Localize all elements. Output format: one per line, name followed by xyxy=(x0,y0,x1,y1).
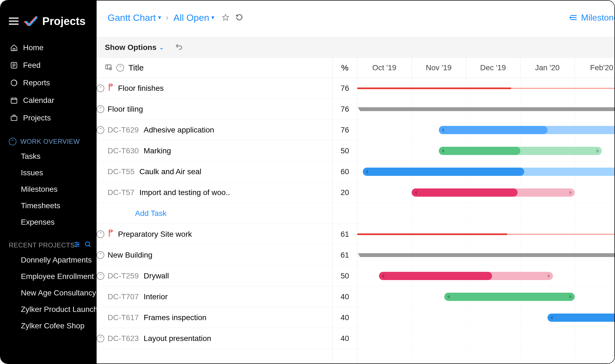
collapse-icon[interactable]: ⌃ xyxy=(97,230,104,238)
gantt-row[interactable] xyxy=(357,307,615,328)
percent-cell: 40 xyxy=(333,307,357,328)
work-item-expenses[interactable]: Expenses xyxy=(1,214,97,230)
view-dropdown[interactable]: Gantt Chart ▾ xyxy=(108,12,161,23)
search-icon[interactable] xyxy=(85,241,92,250)
work-item-timesheets[interactable]: Timesheets xyxy=(1,197,97,214)
collapse-all-icon[interactable]: ⌃ xyxy=(116,64,124,72)
nav-item-home[interactable]: Home xyxy=(1,39,97,57)
work-overview-title[interactable]: ⌃ WORK OVERVIEW xyxy=(1,127,97,148)
star-icon[interactable] xyxy=(222,12,229,23)
recent-project[interactable]: New Age Consultancy xyxy=(1,285,97,301)
gantt-bar[interactable] xyxy=(547,314,615,322)
task-row[interactable]: DC-T57Import and testing of woo.. xyxy=(97,182,332,203)
task-row[interactable]: DC-T707Interior xyxy=(97,286,332,307)
chevron-down-icon: ▾ xyxy=(211,14,214,21)
percent-cell: 61 xyxy=(333,224,357,245)
gantt-row[interactable] xyxy=(357,182,615,203)
collapse-icon[interactable]: ⌃ xyxy=(97,126,104,134)
gantt-bar[interactable] xyxy=(439,126,615,134)
title-column-header: Title xyxy=(128,63,144,72)
task-title: Layout presentation xyxy=(144,334,211,343)
nav-item-calendar[interactable]: Calendar xyxy=(1,92,97,109)
task-row[interactable]: ⌃New Building xyxy=(97,245,332,266)
breadcrumb: Gantt Chart ▾ › All Open ▾ xyxy=(108,12,243,23)
task-row[interactable]: ⌃Floor finishes xyxy=(97,78,332,99)
gantt: ⌃ Title ⌃Floor finishes⌃Floor tiling⌃DC-… xyxy=(97,58,615,363)
gantt-row[interactable] xyxy=(357,161,615,182)
collapse-icon[interactable]: ⌃ xyxy=(97,251,104,259)
recent-project[interactable]: Zylker Product Launch xyxy=(1,301,97,318)
gantt-bar[interactable] xyxy=(379,272,553,280)
groupby-dropdown[interactable]: Milestone ▾ xyxy=(569,13,615,23)
gantt-row[interactable] xyxy=(357,224,615,245)
task-row[interactable]: ⌃DC-T259Drywall xyxy=(97,266,332,286)
percent-cell: 76 xyxy=(333,78,357,99)
gantt-row[interactable] xyxy=(357,120,615,140)
nav-item-feed[interactable]: Feed xyxy=(1,57,97,74)
collapse-icon[interactable]: ⌃ xyxy=(97,335,104,342)
collapse-icon[interactable]: ⌃ xyxy=(97,84,104,92)
nav-item-projects[interactable]: Projects xyxy=(1,109,97,127)
svg-point-23 xyxy=(570,17,571,18)
collapse-icon[interactable]: ⌃ xyxy=(97,272,104,280)
month-header: Jan '20 xyxy=(520,58,575,78)
task-row[interactable]: DC-T617Frames inspection xyxy=(97,307,332,328)
recent-projects-title: RECENT PROJECTS xyxy=(1,230,97,252)
gantt-row[interactable] xyxy=(357,245,615,266)
percent-column: % 767676506020616150404040 xyxy=(333,58,357,363)
gantt-row[interactable] xyxy=(357,99,615,120)
task-row[interactable]: ⌃Preparatory Site work xyxy=(97,224,332,245)
main: Gantt Chart ▾ › All Open ▾ Milestone xyxy=(97,1,615,363)
gantt-bar[interactable] xyxy=(444,293,575,301)
gantt-row[interactable] xyxy=(357,286,615,307)
percent-column-header: % xyxy=(341,63,349,72)
feed-icon xyxy=(10,61,18,69)
gantt-bar[interactable] xyxy=(412,188,575,197)
month-header: Dec '19 xyxy=(466,58,520,78)
percent-cell: 40 xyxy=(333,328,357,349)
show-options-dropdown[interactable]: Show Options ⌄ xyxy=(105,43,164,52)
nav-item-reports[interactable]: Reports xyxy=(1,74,97,92)
chart-column[interactable]: Oct '19Nov '19Dec '19Jan '20Feb'20Mar'20… xyxy=(357,58,615,363)
columns-icon[interactable] xyxy=(105,63,112,72)
svg-point-15 xyxy=(77,244,78,245)
task-title: Drywall xyxy=(144,272,169,280)
percent-cell: 60 xyxy=(333,161,357,182)
work-item-milestones[interactable]: Milestones xyxy=(1,181,97,197)
filter-dropdown[interactable]: All Open ▾ xyxy=(173,12,214,23)
gantt-row[interactable] xyxy=(357,266,615,286)
task-code: DC-T259 xyxy=(108,272,139,280)
task-row[interactable]: DC-T55Caulk and Air seal xyxy=(97,161,332,182)
settings-icon[interactable] xyxy=(74,241,81,250)
recent-project[interactable]: Donnelly Apartments xyxy=(1,252,97,268)
percent-cell: 76 xyxy=(333,120,357,140)
calendar-icon xyxy=(10,96,18,105)
work-item-issues[interactable]: Issues xyxy=(1,165,97,181)
percent-cell: 50 xyxy=(333,140,357,161)
gantt-row[interactable] xyxy=(357,203,615,224)
task-code: DC-T623 xyxy=(108,334,139,343)
add-task-row[interactable]: Add Task xyxy=(97,203,332,224)
task-row[interactable]: DC-T630Marking xyxy=(97,140,332,161)
task-row[interactable]: ⌃Floor tiling xyxy=(97,99,332,120)
gantt-row[interactable] xyxy=(357,78,615,99)
recent-project[interactable]: Employee Enrollment xyxy=(1,268,97,285)
refresh-icon[interactable] xyxy=(236,12,243,23)
work-item-tasks[interactable]: Tasks xyxy=(1,148,97,165)
task-title: Frames inspection xyxy=(144,313,207,322)
logo-row: Projects xyxy=(1,9,97,39)
gantt-row[interactable] xyxy=(357,140,615,161)
options-bar: Show Options ⌄ xyxy=(97,37,615,58)
undo-icon[interactable] xyxy=(175,43,183,52)
month-header: Nov '19 xyxy=(412,58,466,78)
recent-project[interactable]: Zylker Cofee Shop xyxy=(1,318,97,334)
gantt-bar[interactable] xyxy=(439,147,602,155)
task-row[interactable]: ⌃DC-T629Adhesive application xyxy=(97,120,332,140)
gantt-bar[interactable] xyxy=(363,168,615,176)
gantt-row[interactable] xyxy=(357,328,615,349)
task-row[interactable]: ⌃DC-T623Layout presentation xyxy=(97,328,332,349)
collapse-icon[interactable]: ⌃ xyxy=(97,105,104,113)
add-task-link[interactable]: Add Task xyxy=(97,209,167,218)
svg-point-14 xyxy=(76,242,77,243)
hamburger-icon[interactable] xyxy=(9,18,19,25)
